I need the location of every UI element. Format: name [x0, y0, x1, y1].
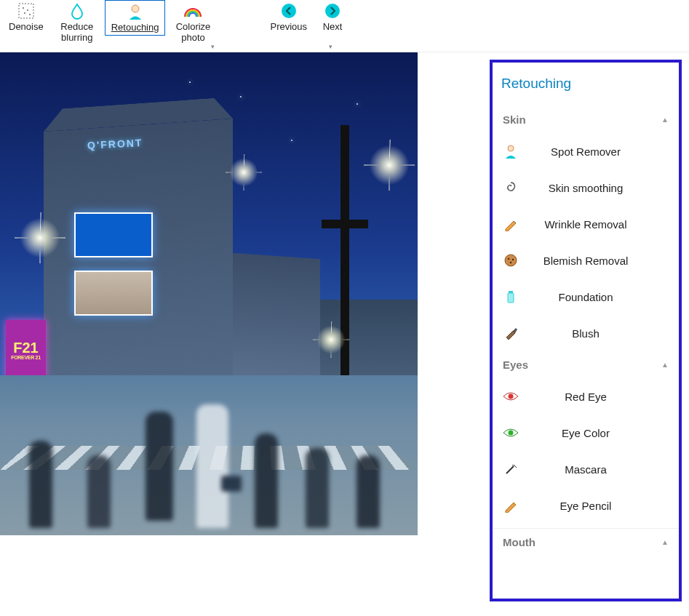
- tool-wrinkle-removal[interactable]: Wrinkle Removal: [493, 206, 679, 242]
- section-header-mouth[interactable]: Mouth ▲: [493, 528, 679, 556]
- svg-point-9: [505, 255, 517, 266]
- svg-rect-0: [19, 4, 33, 18]
- section-label-eyes: Eyes: [503, 359, 528, 371]
- cookie-icon: [503, 252, 519, 268]
- svg-point-10: [508, 258, 509, 260]
- tool-blemish-removal[interactable]: Blemish Removal: [493, 242, 679, 279]
- svg-point-5: [132, 5, 139, 12]
- tool-skin-smoothing[interactable]: Skin smoothing: [493, 169, 679, 206]
- svg-point-4: [29, 14, 31, 15]
- person-icon: [503, 143, 519, 159]
- tool-mascara[interactable]: Mascara: [493, 451, 679, 487]
- previous-button[interactable]: Previous: [264, 0, 313, 34]
- svg-point-7: [325, 4, 340, 18]
- previous-label: Previous: [270, 22, 307, 33]
- denoise-button[interactable]: Denoise: [3, 0, 49, 34]
- next-label: Next: [323, 22, 343, 33]
- rainbow-icon: [183, 1, 202, 20]
- colorize-photo-label: Colorize photo: [171, 22, 215, 44]
- svg-point-11: [512, 259, 514, 260]
- tool-label: Mascara: [519, 463, 669, 476]
- tool-red-eye[interactable]: Red Eye: [493, 378, 679, 415]
- tool-label: Blemish Removal: [519, 255, 669, 267]
- tool-label: Eye Pencil: [519, 500, 669, 512]
- section-label-mouth: Mouth: [503, 536, 535, 548]
- tool-label: Eye Color: [519, 427, 669, 439]
- svg-line-20: [515, 466, 517, 468]
- reduce-blurring-button[interactable]: Reduce blurring: [49, 0, 105, 45]
- retouching-panel: Retouching Skin ▲ Spot Remover Skin smoo…: [490, 60, 682, 601]
- tool-foundation[interactable]: Foundation: [493, 279, 679, 315]
- chevron-up-icon: ▲: [661, 361, 669, 369]
- tool-label: Spot Remover: [519, 145, 669, 158]
- green-eye-icon: [503, 425, 519, 441]
- tool-label: Blush: [519, 327, 669, 340]
- main-toolbar: Denoise Reduce blurring Retouching Color…: [0, 0, 689, 52]
- person-head-icon: [126, 2, 145, 21]
- brush-icon: [503, 325, 519, 341]
- svg-point-2: [27, 9, 28, 11]
- panel-title: Retouching: [493, 71, 679, 106]
- svg-point-12: [510, 262, 511, 263]
- tool-label: Wrinkle Removal: [519, 218, 669, 231]
- chevron-up-icon: ▲: [661, 538, 669, 546]
- svg-point-1: [23, 7, 24, 9]
- tool-label: Red Eye: [519, 391, 669, 403]
- toolbar-group-dropdown-1[interactable]: ▾: [211, 43, 215, 50]
- svg-rect-14: [508, 293, 514, 303]
- section-header-eyes[interactable]: Eyes ▲: [493, 351, 679, 378]
- tool-spot-remover[interactable]: Spot Remover: [493, 133, 679, 169]
- next-icon: [323, 1, 342, 20]
- swirl-icon: [503, 180, 519, 196]
- droplet-icon: [68, 1, 87, 20]
- tool-eye-color[interactable]: Eye Color: [493, 415, 679, 451]
- section-label-skin: Skin: [503, 113, 526, 126]
- colorize-photo-button[interactable]: Colorize photo: [165, 0, 220, 45]
- section-header-skin[interactable]: Skin ▲: [493, 106, 679, 133]
- retouching-button[interactable]: Retouching: [105, 0, 166, 36]
- reduce-blurring-label: Reduce blurring: [55, 22, 99, 44]
- tool-eye-pencil[interactable]: Eye Pencil: [493, 487, 679, 524]
- toolbar-group-dropdown-2[interactable]: ▾: [329, 43, 332, 50]
- svg-point-8: [508, 145, 514, 151]
- denoise-icon: [17, 1, 36, 20]
- eye-pencil-icon: [503, 497, 519, 513]
- chevron-up-icon: ▲: [661, 116, 669, 124]
- previous-icon: [279, 1, 298, 20]
- retouching-label: Retouching: [111, 23, 159, 33]
- svg-point-6: [282, 4, 296, 18]
- denoise-label: Denoise: [9, 22, 44, 33]
- bottle-icon: [503, 289, 519, 305]
- next-button[interactable]: Next: [313, 0, 352, 34]
- svg-point-15: [509, 394, 514, 399]
- red-eye-icon: [503, 388, 519, 404]
- sign-f21: F21FOREVER 21: [6, 320, 46, 380]
- svg-line-17: [506, 466, 514, 473]
- tool-label: Skin smoothing: [519, 182, 669, 194]
- svg-point-16: [509, 431, 514, 436]
- pencil-icon: [503, 216, 519, 232]
- mascara-icon: [503, 461, 519, 477]
- image-canvas[interactable]: Q'FRONT F21FOREVER 21 STARBUCKS COFFEE T…: [0, 52, 418, 535]
- svg-point-3: [24, 12, 25, 14]
- tool-label: Foundation: [519, 291, 669, 303]
- tool-blush[interactable]: Blush: [493, 315, 679, 351]
